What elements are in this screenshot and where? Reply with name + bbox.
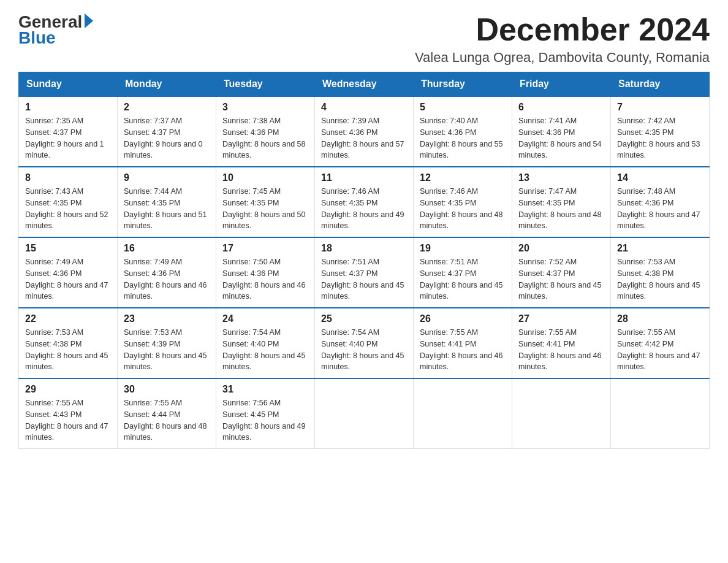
calendar-cell: 28Sunrise: 7:55 AMSunset: 4:42 PMDayligh… — [611, 308, 710, 378]
calendar-cell: 10Sunrise: 7:45 AMSunset: 4:35 PMDayligh… — [216, 167, 315, 237]
calendar-cell: 6Sunrise: 7:41 AMSunset: 4:36 PMDaylight… — [512, 96, 611, 167]
day-info: Sunrise: 7:53 AMSunset: 4:38 PMDaylight:… — [617, 256, 703, 302]
logo: General Blue — [18, 12, 93, 48]
day-number: 14 — [617, 172, 703, 183]
day-number: 26 — [420, 313, 506, 324]
day-info: Sunrise: 7:46 AMSunset: 4:35 PMDaylight:… — [420, 186, 506, 232]
calendar-week-5: 29Sunrise: 7:55 AMSunset: 4:43 PMDayligh… — [19, 378, 710, 449]
day-number: 27 — [518, 313, 604, 324]
day-number: 19 — [420, 243, 506, 254]
day-number: 22 — [25, 313, 111, 324]
calendar-cell: 3Sunrise: 7:38 AMSunset: 4:36 PMDaylight… — [216, 96, 315, 167]
day-number: 11 — [321, 172, 407, 183]
day-info: Sunrise: 7:50 AMSunset: 4:36 PMDaylight:… — [222, 256, 308, 302]
day-number: 30 — [124, 384, 210, 395]
day-number: 9 — [124, 172, 210, 183]
calendar-cell — [414, 378, 512, 449]
day-info: Sunrise: 7:39 AMSunset: 4:36 PMDaylight:… — [321, 115, 407, 161]
day-info: Sunrise: 7:51 AMSunset: 4:37 PMDaylight:… — [420, 256, 506, 302]
calendar-cell: 13Sunrise: 7:47 AMSunset: 4:35 PMDayligh… — [512, 167, 611, 237]
day-number: 24 — [222, 313, 308, 324]
logo-blue-label: Blue — [18, 28, 56, 48]
day-info: Sunrise: 7:38 AMSunset: 4:36 PMDaylight:… — [222, 115, 308, 161]
day-info: Sunrise: 7:35 AMSunset: 4:37 PMDaylight:… — [25, 115, 111, 161]
day-info: Sunrise: 7:47 AMSunset: 4:35 PMDaylight:… — [518, 186, 604, 232]
calendar-cell: 24Sunrise: 7:54 AMSunset: 4:40 PMDayligh… — [216, 308, 315, 378]
calendar-cell: 31Sunrise: 7:56 AMSunset: 4:45 PMDayligh… — [216, 378, 315, 449]
day-number: 29 — [25, 384, 111, 395]
day-info: Sunrise: 7:46 AMSunset: 4:35 PMDaylight:… — [321, 186, 407, 232]
day-number: 17 — [222, 243, 308, 254]
calendar-cell: 22Sunrise: 7:53 AMSunset: 4:38 PMDayligh… — [19, 308, 118, 378]
day-info: Sunrise: 7:55 AMSunset: 4:42 PMDaylight:… — [617, 327, 703, 373]
calendar-body: 1Sunrise: 7:35 AMSunset: 4:37 PMDaylight… — [19, 96, 710, 449]
day-number: 23 — [124, 313, 210, 324]
calendar-table: SundayMondayTuesdayWednesdayThursdayFrid… — [18, 72, 710, 449]
calendar-cell: 21Sunrise: 7:53 AMSunset: 4:38 PMDayligh… — [611, 237, 710, 308]
calendar-cell: 20Sunrise: 7:52 AMSunset: 4:37 PMDayligh… — [512, 237, 611, 308]
calendar-cell: 27Sunrise: 7:55 AMSunset: 4:41 PMDayligh… — [512, 308, 611, 378]
calendar-cell: 12Sunrise: 7:46 AMSunset: 4:35 PMDayligh… — [414, 167, 512, 237]
calendar-cell: 8Sunrise: 7:43 AMSunset: 4:35 PMDaylight… — [19, 167, 118, 237]
calendar-cell: 17Sunrise: 7:50 AMSunset: 4:36 PMDayligh… — [216, 237, 315, 308]
day-info: Sunrise: 7:41 AMSunset: 4:36 PMDaylight:… — [518, 115, 604, 161]
calendar-cell: 14Sunrise: 7:48 AMSunset: 4:36 PMDayligh… — [611, 167, 710, 237]
calendar-cell: 15Sunrise: 7:49 AMSunset: 4:36 PMDayligh… — [19, 237, 118, 308]
day-info: Sunrise: 7:37 AMSunset: 4:37 PMDaylight:… — [124, 115, 210, 161]
logo-arrow-icon — [85, 13, 93, 28]
calendar-cell: 29Sunrise: 7:55 AMSunset: 4:43 PMDayligh… — [19, 378, 118, 449]
day-info: Sunrise: 7:55 AMSunset: 4:43 PMDaylight:… — [25, 397, 111, 443]
day-header-monday: Monday — [118, 72, 216, 97]
calendar-week-2: 8Sunrise: 7:43 AMSunset: 4:35 PMDaylight… — [19, 167, 710, 237]
day-info: Sunrise: 7:40 AMSunset: 4:36 PMDaylight:… — [420, 115, 506, 161]
day-info: Sunrise: 7:53 AMSunset: 4:38 PMDaylight:… — [25, 327, 111, 373]
day-number: 13 — [518, 172, 604, 183]
day-info: Sunrise: 7:52 AMSunset: 4:37 PMDaylight:… — [518, 256, 604, 302]
calendar-week-4: 22Sunrise: 7:53 AMSunset: 4:38 PMDayligh… — [19, 308, 710, 378]
calendar-cell: 25Sunrise: 7:54 AMSunset: 4:40 PMDayligh… — [315, 308, 414, 378]
day-header-row: SundayMondayTuesdayWednesdayThursdayFrid… — [19, 72, 710, 97]
calendar-cell: 23Sunrise: 7:53 AMSunset: 4:39 PMDayligh… — [118, 308, 216, 378]
day-info: Sunrise: 7:55 AMSunset: 4:41 PMDaylight:… — [420, 327, 506, 373]
calendar-cell: 4Sunrise: 7:39 AMSunset: 4:36 PMDaylight… — [315, 96, 414, 167]
day-header-thursday: Thursday — [414, 72, 512, 97]
calendar-cell: 2Sunrise: 7:37 AMSunset: 4:37 PMDaylight… — [118, 96, 216, 167]
day-header-saturday: Saturday — [611, 72, 710, 97]
day-info: Sunrise: 7:51 AMSunset: 4:37 PMDaylight:… — [321, 256, 407, 302]
day-number: 1 — [25, 102, 111, 113]
day-info: Sunrise: 7:55 AMSunset: 4:44 PMDaylight:… — [124, 397, 210, 443]
day-info: Sunrise: 7:49 AMSunset: 4:36 PMDaylight:… — [25, 256, 111, 302]
day-number: 2 — [124, 102, 210, 113]
calendar-week-3: 15Sunrise: 7:49 AMSunset: 4:36 PMDayligh… — [19, 237, 710, 308]
title-area: December 2024 Valea Lunga Ogrea, Dambovi… — [415, 12, 710, 66]
day-number: 10 — [222, 172, 308, 183]
calendar-cell: 16Sunrise: 7:49 AMSunset: 4:36 PMDayligh… — [118, 237, 216, 308]
calendar-cell — [611, 378, 710, 449]
calendar-cell: 5Sunrise: 7:40 AMSunset: 4:36 PMDaylight… — [414, 96, 512, 167]
calendar-cell: 9Sunrise: 7:44 AMSunset: 4:35 PMDaylight… — [118, 167, 216, 237]
day-info: Sunrise: 7:55 AMSunset: 4:41 PMDaylight:… — [518, 327, 604, 373]
calendar-cell: 18Sunrise: 7:51 AMSunset: 4:37 PMDayligh… — [315, 237, 414, 308]
calendar-cell — [315, 378, 414, 449]
calendar-header: SundayMondayTuesdayWednesdayThursdayFrid… — [19, 72, 710, 97]
day-header-friday: Friday — [512, 72, 611, 97]
calendar-week-1: 1Sunrise: 7:35 AMSunset: 4:37 PMDaylight… — [19, 96, 710, 167]
day-number: 15 — [25, 243, 111, 254]
day-number: 21 — [617, 243, 703, 254]
day-number: 6 — [518, 102, 604, 113]
day-info: Sunrise: 7:49 AMSunset: 4:36 PMDaylight:… — [124, 256, 210, 302]
day-number: 20 — [518, 243, 604, 254]
day-info: Sunrise: 7:43 AMSunset: 4:35 PMDaylight:… — [25, 186, 111, 232]
day-number: 4 — [321, 102, 407, 113]
calendar-cell: 1Sunrise: 7:35 AMSunset: 4:37 PMDaylight… — [19, 96, 118, 167]
day-info: Sunrise: 7:45 AMSunset: 4:35 PMDaylight:… — [222, 186, 308, 232]
day-number: 5 — [420, 102, 506, 113]
day-number: 8 — [25, 172, 111, 183]
day-header-wednesday: Wednesday — [315, 72, 414, 97]
header: General Blue December 2024 Valea Lunga O… — [18, 12, 710, 66]
month-year-title: December 2024 — [415, 12, 710, 47]
day-info: Sunrise: 7:53 AMSunset: 4:39 PMDaylight:… — [124, 327, 210, 373]
location-label: Valea Lunga Ogrea, Dambovita County, Rom… — [415, 50, 710, 66]
day-number: 12 — [420, 172, 506, 183]
day-number: 7 — [617, 102, 703, 113]
